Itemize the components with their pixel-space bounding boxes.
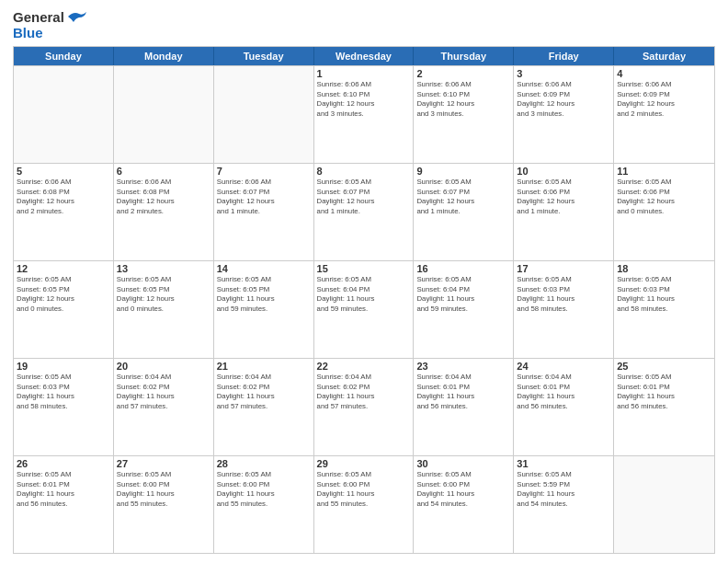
- cell-info: Sunrise: 6:05 AM Sunset: 6:06 PM Dayligh…: [617, 178, 711, 216]
- cell-info: Sunrise: 6:06 AM Sunset: 6:08 PM Dayligh…: [17, 178, 110, 216]
- calendar-cell: 25Sunrise: 6:05 AM Sunset: 6:01 PM Dayli…: [614, 359, 714, 455]
- header: General Blue: [13, 9, 715, 40]
- cell-day-number: 25: [617, 361, 711, 372]
- cell-day-number: 27: [117, 458, 210, 469]
- cell-info: Sunrise: 6:05 AM Sunset: 6:04 PM Dayligh…: [416, 275, 510, 314]
- calendar-week-5: 26Sunrise: 6:05 AM Sunset: 6:01 PM Dayli…: [14, 455, 714, 553]
- calendar-cell: 14Sunrise: 6:05 AM Sunset: 6:05 PM Dayli…: [214, 261, 314, 358]
- calendar-week-4: 19Sunrise: 6:05 AM Sunset: 6:03 PM Dayli…: [14, 358, 714, 455]
- cell-info: Sunrise: 6:05 AM Sunset: 6:05 PM Dayligh…: [217, 275, 311, 314]
- cell-day-number: 11: [617, 166, 711, 177]
- cell-day-number: 31: [517, 458, 610, 469]
- calendar-cell: 20Sunrise: 6:04 AM Sunset: 6:02 PM Dayli…: [114, 359, 214, 455]
- cell-day-number: 20: [117, 361, 210, 372]
- logo-block: General Blue: [13, 9, 86, 40]
- calendar-cell: 4Sunrise: 6:06 AM Sunset: 6:09 PM Daylig…: [614, 66, 714, 163]
- calendar-cell: 31Sunrise: 6:05 AM Sunset: 5:59 PM Dayli…: [514, 456, 614, 553]
- cell-day-number: 1: [317, 68, 411, 79]
- calendar-cell: 6Sunrise: 6:06 AM Sunset: 6:08 PM Daylig…: [114, 164, 214, 260]
- cell-info: Sunrise: 6:05 AM Sunset: 6:06 PM Dayligh…: [517, 178, 610, 216]
- calendar-cell: 16Sunrise: 6:05 AM Sunset: 6:04 PM Dayli…: [414, 261, 514, 358]
- cell-day-number: 16: [416, 263, 510, 274]
- calendar-cell: [614, 456, 714, 553]
- cell-day-number: 4: [617, 68, 711, 79]
- day-header-monday: Monday: [114, 47, 214, 65]
- cell-day-number: 3: [517, 68, 610, 79]
- cell-day-number: 28: [217, 458, 311, 469]
- cell-day-number: 22: [317, 361, 411, 372]
- cell-info: Sunrise: 6:04 AM Sunset: 6:02 PM Dayligh…: [317, 373, 411, 411]
- calendar-cell: 27Sunrise: 6:05 AM Sunset: 6:00 PM Dayli…: [114, 456, 214, 553]
- cell-day-number: 29: [317, 458, 411, 469]
- cell-info: Sunrise: 6:06 AM Sunset: 6:09 PM Dayligh…: [517, 80, 610, 119]
- calendar-cell: 7Sunrise: 6:06 AM Sunset: 6:07 PM Daylig…: [214, 164, 314, 260]
- cell-info: Sunrise: 6:05 AM Sunset: 6:05 PM Dayligh…: [17, 275, 110, 314]
- cell-info: Sunrise: 6:06 AM Sunset: 6:09 PM Dayligh…: [617, 80, 711, 119]
- calendar-cell: 11Sunrise: 6:05 AM Sunset: 6:06 PM Dayli…: [614, 164, 714, 260]
- calendar-cell: 9Sunrise: 6:05 AM Sunset: 6:07 PM Daylig…: [414, 164, 514, 260]
- cell-info: Sunrise: 6:05 AM Sunset: 6:07 PM Dayligh…: [416, 178, 510, 216]
- calendar-week-1: 1Sunrise: 6:06 AM Sunset: 6:10 PM Daylig…: [14, 65, 714, 163]
- cell-day-number: 18: [617, 263, 711, 274]
- cell-day-number: 19: [17, 361, 110, 372]
- day-header-sunday: Sunday: [14, 47, 114, 65]
- cell-info: Sunrise: 6:05 AM Sunset: 6:00 PM Dayligh…: [416, 470, 510, 509]
- cell-day-number: 23: [416, 361, 510, 372]
- calendar-cell: 22Sunrise: 6:04 AM Sunset: 6:02 PM Dayli…: [314, 359, 415, 455]
- calendar-cell: 10Sunrise: 6:05 AM Sunset: 6:06 PM Dayli…: [514, 164, 614, 260]
- cell-day-number: 9: [416, 166, 510, 177]
- cell-info: Sunrise: 6:05 AM Sunset: 5:59 PM Dayligh…: [517, 470, 610, 509]
- cell-day-number: 2: [416, 68, 510, 79]
- cell-day-number: 30: [416, 458, 510, 469]
- day-header-wednesday: Wednesday: [314, 47, 415, 65]
- cell-info: Sunrise: 6:05 AM Sunset: 6:03 PM Dayligh…: [17, 373, 110, 411]
- cell-info: Sunrise: 6:04 AM Sunset: 6:02 PM Dayligh…: [217, 373, 311, 411]
- cell-day-number: 26: [17, 458, 110, 469]
- cell-info: Sunrise: 6:05 AM Sunset: 6:01 PM Dayligh…: [17, 470, 110, 509]
- cell-day-number: 7: [217, 166, 311, 177]
- calendar-cell: 12Sunrise: 6:05 AM Sunset: 6:05 PM Dayli…: [14, 261, 114, 358]
- calendar-cell: 13Sunrise: 6:05 AM Sunset: 6:05 PM Dayli…: [114, 261, 214, 358]
- logo-blue: Blue: [13, 25, 43, 40]
- cell-info: Sunrise: 6:06 AM Sunset: 6:10 PM Dayligh…: [416, 80, 510, 119]
- calendar: SundayMondayTuesdayWednesdayThursdayFrid…: [13, 46, 715, 554]
- cell-day-number: 14: [217, 263, 311, 274]
- cell-day-number: 5: [17, 166, 110, 177]
- cell-day-number: 24: [517, 361, 610, 372]
- logo-general: General: [13, 9, 64, 25]
- calendar-cell: 3Sunrise: 6:06 AM Sunset: 6:09 PM Daylig…: [514, 66, 614, 163]
- day-header-saturday: Saturday: [614, 47, 714, 65]
- cell-info: Sunrise: 6:04 AM Sunset: 6:01 PM Dayligh…: [416, 373, 510, 411]
- calendar-cell: 21Sunrise: 6:04 AM Sunset: 6:02 PM Dayli…: [214, 359, 314, 455]
- calendar-cell: [114, 66, 214, 163]
- calendar-cell: 29Sunrise: 6:05 AM Sunset: 6:00 PM Dayli…: [314, 456, 415, 553]
- cell-info: Sunrise: 6:04 AM Sunset: 6:01 PM Dayligh…: [517, 373, 610, 411]
- cell-info: Sunrise: 6:06 AM Sunset: 6:08 PM Dayligh…: [117, 178, 210, 216]
- calendar-week-3: 12Sunrise: 6:05 AM Sunset: 6:05 PM Dayli…: [14, 260, 714, 358]
- cell-day-number: 15: [317, 263, 411, 274]
- cell-info: Sunrise: 6:06 AM Sunset: 6:10 PM Dayligh…: [317, 80, 411, 119]
- cell-day-number: 13: [117, 263, 210, 274]
- calendar-cell: 28Sunrise: 6:05 AM Sunset: 6:00 PM Dayli…: [214, 456, 314, 553]
- cell-info: Sunrise: 6:06 AM Sunset: 6:07 PM Dayligh…: [217, 178, 311, 216]
- calendar-cell: 19Sunrise: 6:05 AM Sunset: 6:03 PM Dayli…: [14, 359, 114, 455]
- calendar-cell: 23Sunrise: 6:04 AM Sunset: 6:01 PM Dayli…: [414, 359, 514, 455]
- calendar-cell: 24Sunrise: 6:04 AM Sunset: 6:01 PM Dayli…: [514, 359, 614, 455]
- page: General Blue SundayMondayTuesdayWednesda…: [0, 0, 728, 563]
- cell-day-number: 21: [217, 361, 311, 372]
- cell-day-number: 6: [117, 166, 210, 177]
- cell-day-number: 12: [17, 263, 110, 274]
- cell-info: Sunrise: 6:05 AM Sunset: 6:00 PM Dayligh…: [317, 470, 411, 509]
- calendar-cell: 5Sunrise: 6:06 AM Sunset: 6:08 PM Daylig…: [14, 164, 114, 260]
- calendar-cell: 18Sunrise: 6:05 AM Sunset: 6:03 PM Dayli…: [614, 261, 714, 358]
- cell-info: Sunrise: 6:04 AM Sunset: 6:02 PM Dayligh…: [117, 373, 210, 411]
- calendar-cell: 2Sunrise: 6:06 AM Sunset: 6:10 PM Daylig…: [414, 66, 514, 163]
- calendar-cell: 26Sunrise: 6:05 AM Sunset: 6:01 PM Dayli…: [14, 456, 114, 553]
- calendar-cell: 8Sunrise: 6:05 AM Sunset: 6:07 PM Daylig…: [314, 164, 415, 260]
- calendar-cell: 17Sunrise: 6:05 AM Sunset: 6:03 PM Dayli…: [514, 261, 614, 358]
- calendar-header: SundayMondayTuesdayWednesdayThursdayFrid…: [14, 47, 714, 65]
- cell-info: Sunrise: 6:05 AM Sunset: 6:03 PM Dayligh…: [617, 275, 711, 314]
- cell-info: Sunrise: 6:05 AM Sunset: 6:03 PM Dayligh…: [517, 275, 610, 314]
- cell-info: Sunrise: 6:05 AM Sunset: 6:04 PM Dayligh…: [317, 275, 411, 314]
- cell-info: Sunrise: 6:05 AM Sunset: 6:00 PM Dayligh…: [217, 470, 311, 509]
